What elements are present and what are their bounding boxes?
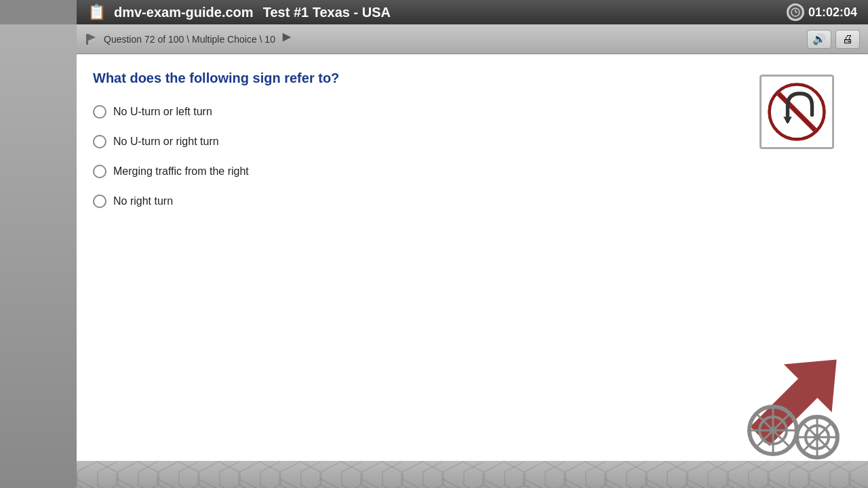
svg-rect-27	[77, 461, 868, 488]
hex-floor	[77, 461, 868, 488]
toolbar-left: Question 72 of 100 \ Multiple Choice \ 1…	[85, 32, 802, 47]
main-content: What does the following sign refer to? N…	[77, 54, 868, 461]
answer-label-c: Merging traffic from the right	[113, 165, 249, 178]
question-text: What does the following sign refer to?	[93, 70, 852, 86]
left-panel	[0, 24, 77, 488]
radio-c[interactable]	[93, 165, 106, 178]
car-decoration-svg	[732, 325, 854, 461]
svg-rect-3	[86, 34, 88, 45]
header-logo-icon: 📋	[87, 3, 106, 21]
svg-marker-5	[283, 33, 292, 41]
timer-display: 01:02:04	[787, 3, 857, 21]
answer-option-d[interactable]: No right turn	[93, 195, 852, 208]
timer-icon	[787, 3, 804, 21]
sound-button[interactable]: 🔊	[807, 30, 831, 49]
floor-area	[77, 461, 868, 488]
toolbar-right: 🔊 🖨	[807, 30, 860, 49]
toolbar: Question 72 of 100 \ Multiple Choice \ 1…	[77, 24, 868, 54]
navigation-flag[interactable]	[281, 32, 293, 47]
timer-value: 01:02:04	[808, 5, 857, 20]
radio-a[interactable]	[93, 105, 106, 119]
print-button[interactable]: 🖨	[835, 30, 860, 49]
sign-container	[760, 75, 841, 156]
svg-marker-4	[88, 34, 96, 41]
question-info: Question 72 of 100 \ Multiple Choice \ 1…	[104, 34, 275, 45]
car-decoration	[732, 325, 854, 461]
radio-d[interactable]	[93, 195, 106, 208]
no-uturn-sign	[766, 81, 827, 142]
answer-label-d: No right turn	[113, 195, 173, 207]
answer-option-a[interactable]: No U-turn or left turn	[93, 105, 852, 119]
sign-box	[760, 75, 834, 149]
answer-label-b: No U-turn or right turn	[113, 136, 219, 148]
flag-icon	[85, 33, 98, 46]
answer-option-b[interactable]: No U-turn or right turn	[93, 135, 852, 148]
answer-label-a: No U-turn or left turn	[113, 106, 212, 118]
answer-option-c[interactable]: Merging traffic from the right	[93, 165, 852, 178]
header-title: dmv-exam-guide.com Test #1 Texas - USA	[114, 3, 778, 21]
header: 📋 dmv-exam-guide.com Test #1 Texas - USA…	[77, 0, 868, 24]
radio-b[interactable]	[93, 135, 106, 148]
